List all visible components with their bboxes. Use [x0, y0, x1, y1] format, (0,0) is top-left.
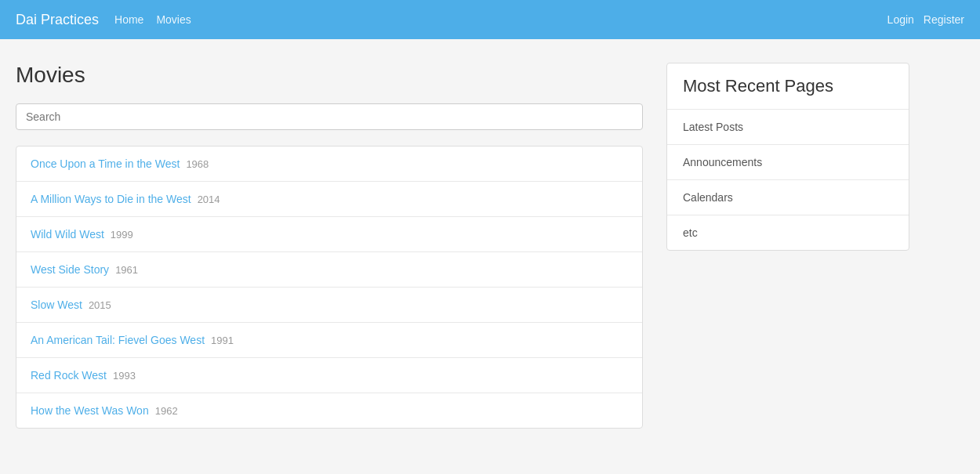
navbar-right: LoginRegister [887, 13, 964, 26]
sidebar-list-item[interactable]: Calendars [667, 179, 909, 215]
sidebar-list-item[interactable]: Announcements [667, 144, 909, 179]
movie-year: 1999 [111, 229, 133, 241]
navbar: Dai Practices HomeMovies LoginRegister [0, 0, 980, 39]
movie-title-link[interactable]: Once Upon a Time in the West [31, 157, 180, 170]
list-item[interactable]: How the West Was Won1962 [16, 393, 642, 428]
navbar-nav: HomeMovies [114, 13, 191, 26]
movie-title-link[interactable]: Wild Wild West [31, 228, 104, 241]
list-item[interactable]: West Side Story1961 [16, 252, 642, 288]
sidebar-list-item[interactable]: etc [667, 215, 909, 250]
movie-year: 2014 [198, 194, 220, 205]
search-container [16, 103, 643, 130]
content-area: Movies Once Upon a Time in the West1968A… [16, 63, 643, 429]
list-item[interactable]: An American Tail: Fievel Goes West1991 [16, 323, 642, 358]
list-item[interactable]: Once Upon a Time in the West1968 [16, 147, 642, 182]
navbar-nav-link[interactable]: Movies [156, 13, 191, 26]
movie-title-link[interactable]: Slow West [31, 299, 82, 311]
list-item[interactable]: Slow West2015 [16, 288, 642, 323]
navbar-brand[interactable]: Dai Practices [16, 12, 99, 28]
page-title: Movies [16, 63, 643, 88]
search-input[interactable] [16, 103, 643, 130]
movie-title-link[interactable]: West Side Story [31, 263, 109, 276]
sidebar-list-item[interactable]: Latest Posts [667, 109, 909, 144]
movie-year: 1962 [155, 405, 178, 417]
movie-title-link[interactable]: A Million Ways to Die in the West [31, 193, 191, 205]
sidebar: Most Recent Pages Latest PostsAnnounceme… [666, 63, 909, 429]
movie-year: 2015 [89, 299, 111, 311]
sidebar-card: Most Recent Pages Latest PostsAnnounceme… [666, 63, 909, 251]
movie-year: 1961 [115, 264, 138, 276]
movie-title-link[interactable]: Red Rock West [31, 369, 107, 382]
movie-year: 1993 [113, 370, 136, 382]
navbar-nav-link[interactable]: Home [114, 13, 143, 26]
navbar-right-link[interactable]: Register [924, 13, 964, 26]
movie-year: 1968 [186, 158, 209, 170]
list-item[interactable]: Wild Wild West1999 [16, 217, 642, 252]
list-item[interactable]: A Million Ways to Die in the West2014 [16, 182, 642, 217]
movie-title-link[interactable]: An American Tail: Fievel Goes West [31, 334, 205, 346]
movie-list: Once Upon a Time in the West1968A Millio… [16, 146, 643, 429]
list-item[interactable]: Red Rock West1993 [16, 358, 642, 393]
sidebar-title: Most Recent Pages [667, 63, 909, 109]
movie-title-link[interactable]: How the West Was Won [31, 404, 149, 417]
navbar-right-link[interactable]: Login [887, 13, 914, 26]
movie-year: 1991 [211, 335, 234, 346]
navbar-left: Dai Practices HomeMovies [16, 12, 191, 28]
main-container: Movies Once Upon a Time in the West1968A… [0, 39, 980, 452]
